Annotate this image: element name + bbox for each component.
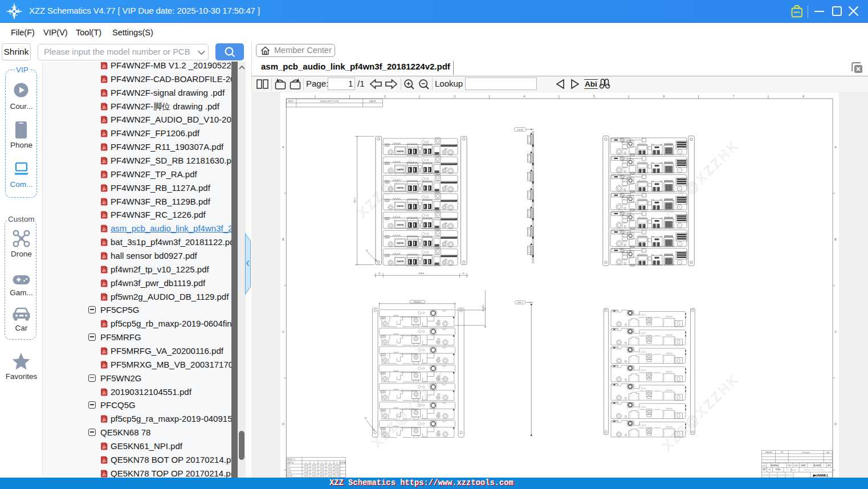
svg-text:1:1: 1:1 bbox=[787, 468, 789, 471]
svg-text:MATERIAL: MATERIAL bbox=[771, 464, 779, 467]
svg-text:±0.12: ±0.12 bbox=[312, 471, 316, 474]
svg-text:10: 10 bbox=[378, 273, 381, 275]
svg-text:80-250: 80-250 bbox=[287, 475, 293, 477]
svg-text:±0.20: ±0.20 bbox=[328, 468, 332, 470]
svg-text:5: 5 bbox=[593, 95, 595, 98]
svg-text:4: 4 bbox=[524, 95, 525, 98]
svg-text:6-25: 6-25 bbox=[287, 468, 291, 470]
svg-text:±0.12: ±0.12 bbox=[320, 468, 324, 470]
svg-text:▶UNIWILL: ▶UNIWILL bbox=[812, 474, 829, 477]
svg-text:ASM/PCB,AUDIO,LINK,PF4WN3F: ASM/PCB,AUDIO,LINK,PF4WN3F bbox=[804, 469, 825, 471]
svg-text:DIM/TOL: DIM/TOL bbox=[287, 462, 294, 464]
svg-text:45°: 45° bbox=[365, 417, 368, 419]
svg-text:REV: REV bbox=[828, 464, 831, 467]
svg-text:APPROVED: APPROVED bbox=[778, 474, 785, 475]
svg-text:25.4±0.1: 25.4±0.1 bbox=[482, 304, 484, 311]
svg-text:±0.05: ±0.05 bbox=[304, 468, 308, 470]
svg-text:CHANGED: CHANGED bbox=[765, 451, 772, 454]
svg-text:±0.10: ±0.10 bbox=[320, 464, 324, 467]
svg-text:±0.08: ±0.08 bbox=[304, 471, 308, 474]
svg-text:⊕◎: ⊕◎ bbox=[763, 464, 766, 467]
svg-text:EXTRA: EXTRA bbox=[340, 462, 346, 464]
svg-text:REV.: REV. bbox=[288, 100, 295, 103]
svg-text:±1.50: ±1.50 bbox=[335, 475, 340, 477]
svg-text:2: 2 bbox=[313, 462, 315, 464]
svg-text:181.5: 181.5 bbox=[353, 197, 356, 203]
svg-text:Mark: Mark bbox=[826, 451, 830, 454]
svg-text:mm: mm bbox=[768, 469, 771, 471]
svg-text:ON SHEET: ON SHEET bbox=[813, 464, 821, 467]
svg-text:5: 5 bbox=[336, 462, 337, 464]
svg-text:130419: 130419 bbox=[793, 464, 798, 467]
svg-text:1: 1 bbox=[810, 464, 812, 467]
svg-text:±0.50: ±0.50 bbox=[335, 468, 340, 470]
svg-text:±0.05: ±0.05 bbox=[312, 464, 316, 467]
svg-text:B: B bbox=[282, 238, 284, 241]
svg-text:±0.15: ±0.15 bbox=[320, 471, 324, 474]
svg-text:1: 1 bbox=[305, 462, 307, 464]
svg-text:±0.03: ±0.03 bbox=[304, 464, 308, 467]
svg-text:±0.20: ±0.20 bbox=[335, 464, 340, 467]
svg-text:±0.30: ±0.30 bbox=[328, 471, 332, 474]
svg-text:158.4: 158.4 bbox=[418, 272, 425, 275]
svg-text:A: A bbox=[282, 145, 284, 149]
svg-text:SELECT 1: SELECT 1 bbox=[287, 458, 295, 461]
svg-text:1±0.05: 1±0.05 bbox=[517, 129, 523, 131]
svg-text:±0.12: ±0.12 bbox=[304, 475, 308, 477]
svg-text:0-5: 0-5 bbox=[287, 464, 290, 467]
svg-text:±0.15: ±0.15 bbox=[328, 464, 332, 467]
svg-text:0.8±0.1: 0.8±0.1 bbox=[517, 301, 523, 304]
svg-text:C: C bbox=[834, 330, 837, 333]
svg-text:±0.10: ±0.10 bbox=[312, 468, 316, 470]
svg-text:DESIGNED: DESIGNED bbox=[762, 474, 769, 475]
svg-text:D: D bbox=[282, 422, 284, 426]
svg-text:±0.18: ±0.18 bbox=[320, 475, 324, 477]
svg-text:B: B bbox=[834, 238, 837, 241]
svg-text:±0.40: ±0.40 bbox=[328, 475, 332, 477]
svg-text:4: 4 bbox=[329, 462, 331, 464]
svg-text:DESCRIPTION: DESCRIPTION bbox=[320, 100, 339, 103]
svg-text:PART NO.: PART NO. bbox=[787, 474, 793, 475]
svg-text:P/N: P/N bbox=[781, 451, 783, 454]
svg-text:UNIT: UNIT bbox=[763, 468, 766, 471]
svg-text:45°: 45° bbox=[366, 250, 369, 252]
svg-text:±0.15: ±0.15 bbox=[312, 475, 316, 477]
svg-text:3: 3 bbox=[321, 462, 323, 464]
svg-text:25-80: 25-80 bbox=[287, 471, 292, 474]
svg-text:114.6±0.1: 114.6±0.1 bbox=[414, 301, 422, 303]
svg-text:DATE: DATE bbox=[788, 464, 792, 467]
svg-text:A: A bbox=[834, 145, 837, 149]
svg-text:SCALE: SCALE bbox=[776, 468, 781, 471]
svg-text:3: 3 bbox=[454, 95, 455, 98]
svg-text:XZZ@XZZHK: XZZ@XZZHK bbox=[369, 368, 451, 450]
svg-text:DATE: DATE bbox=[369, 100, 376, 103]
svg-text:8: 8 bbox=[802, 95, 804, 98]
svg-text:CHECKED: CHECKED bbox=[770, 474, 777, 475]
svg-text:Description: Description bbox=[802, 451, 810, 454]
svg-text:6: 6 bbox=[663, 95, 665, 98]
svg-text:DWN NM: DWN NM bbox=[790, 469, 796, 471]
svg-text:XZZ@XZZHK: XZZ@XZZHK bbox=[659, 371, 741, 453]
svg-text:2: 2 bbox=[384, 95, 386, 98]
svg-text:±1.00: ±1.00 bbox=[335, 471, 340, 474]
svg-text:C: C bbox=[282, 330, 284, 333]
svg-text:7: 7 bbox=[733, 95, 735, 98]
svg-text:10: 10 bbox=[462, 273, 464, 275]
svg-text:1: 1 bbox=[314, 95, 316, 98]
svg-text:1: 1 bbox=[823, 464, 824, 467]
svg-text:D: D bbox=[834, 422, 837, 426]
svg-text:SHEET: SHEET bbox=[801, 464, 806, 467]
